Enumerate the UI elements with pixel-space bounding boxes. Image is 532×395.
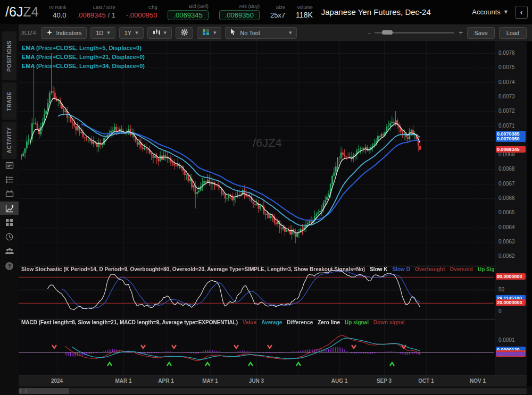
history-clock-icon[interactable]	[0, 230, 19, 243]
last-price: .0069345	[77, 11, 106, 19]
scrollbar-thumb[interactable]	[19, 388, 69, 394]
stochastic-tick: 50	[498, 287, 504, 292]
timeframe-dropdown[interactable]: 1D▼	[90, 27, 115, 39]
chevron-down-icon: ▼	[213, 31, 216, 35]
header-field-iv-rank: IV Rank 40.0	[49, 5, 66, 20]
header-bar: /6JZ4 IV Rank 40.0 Last / Size .0069345 …	[0, 0, 532, 24]
drawing-tool-dropdown[interactable]: No Tool ▼	[225, 27, 297, 39]
range-dropdown[interactable]: 1Y▼	[119, 27, 144, 39]
chevron-down-icon: ▼	[289, 31, 292, 35]
sidebar-tab-trade[interactable]: TRADE	[2, 82, 16, 120]
price-tick: 0.0075	[498, 64, 515, 70]
help-icon[interactable]: ?	[0, 259, 19, 273]
zoom-in-button[interactable]: +	[459, 29, 463, 37]
last-size: / 1	[106, 11, 115, 19]
time-tick: AUG 1	[331, 378, 348, 384]
right-edge-strip	[527, 41, 532, 395]
trading-platform: /6JZ4 IV Rank 40.0 Last / Size .0069345 …	[0, 0, 532, 395]
indicators-button[interactable]: Indicators	[41, 27, 87, 39]
size-value: 25x7	[270, 11, 285, 20]
legend-average: Average	[261, 320, 282, 325]
scrollbar-grip	[20, 389, 27, 393]
layout-dropdown[interactable]: ▼	[197, 27, 221, 39]
stochastic-badge: 20.0000000	[496, 299, 526, 306]
ema-21-label[interactable]: EMA (Price=CLOSE, Length=21, Displace=0)	[22, 53, 145, 62]
price-tick: 0.0071	[498, 123, 515, 129]
macd-badge	[496, 352, 526, 356]
sidebar-tab-activity[interactable]: ACTIVITY	[2, 122, 16, 159]
chart-settings-button[interactable]	[176, 27, 193, 39]
time-tick: MAY 1	[202, 378, 218, 384]
ema-study-labels[interactable]: EMA (Price=CLOSE, Length=5, Displace=0) …	[22, 44, 145, 71]
legend-slow-k: Slow K	[370, 266, 387, 272]
price-tick: 0.0067	[498, 181, 515, 187]
header-field-last-size: Last / Size .0069345 / 1	[77, 5, 115, 20]
chart-scrollbar	[0, 386, 532, 395]
gear-icon	[181, 29, 188, 37]
price-tick: 0.0064	[498, 224, 515, 230]
header-field-volume: Volume 118K	[296, 5, 313, 20]
chevron-down-icon: ▼	[164, 31, 167, 35]
price-tick: 0.0069	[498, 152, 515, 157]
header-field-bid: Bid (Sell) .0069345	[168, 4, 208, 20]
time-tick: MAR 1	[115, 378, 131, 384]
zoom-slider-handle[interactable]	[382, 30, 393, 35]
accounts-menu[interactable]: Accounts ▼	[472, 8, 508, 16]
cursor-icon	[230, 29, 236, 37]
grid-layout-icon	[202, 29, 210, 37]
ema-34-label[interactable]: EMA (Price=CLOSE, Length=34, Displace=0)	[22, 62, 145, 71]
bid-button[interactable]: .0069345	[168, 10, 208, 20]
stochastic-header[interactable]: Slow Stochastic (K Period=14, D Period=9…	[21, 266, 498, 272]
header-field-chg: Chg -.0000950	[126, 5, 157, 20]
price-tick: 0.0062	[498, 253, 515, 259]
save-button[interactable]: Save	[467, 27, 495, 39]
price-tick: 0.0073	[498, 94, 515, 99]
video-icon[interactable]	[0, 187, 19, 200]
price-tick: 0.0072	[498, 108, 515, 114]
news-icon[interactable]	[0, 158, 19, 172]
legend-zero-line: Zero line	[318, 320, 340, 325]
community-icon[interactable]	[0, 245, 19, 258]
chevron-down-icon: ▼	[504, 10, 508, 14]
price-badge: 0.0070050	[496, 136, 526, 142]
sidebar-tab-positions[interactable]: POSITIONS	[2, 31, 16, 80]
watchlist-icon[interactable]	[0, 173, 19, 186]
time-tick: NOV 1	[470, 378, 486, 384]
time-tick: JUN 3	[249, 378, 264, 384]
legend-difference: Difference	[287, 320, 313, 325]
legend-value: Value	[243, 320, 256, 325]
time-tick: OCT 1	[418, 378, 434, 384]
time-tick: SEP 3	[377, 378, 392, 384]
legend-down-signal: Down signal	[373, 320, 405, 325]
price-badge: 0.0069345	[496, 146, 526, 153]
load-button[interactable]: Load	[499, 27, 527, 39]
chart-icon[interactable]	[0, 201, 19, 215]
zoom-slider[interactable]	[375, 32, 454, 33]
price-tick: 0.0065	[498, 209, 515, 215]
chevron-down-icon: ▼	[107, 31, 110, 35]
stochastic-tick: 0	[498, 308, 502, 314]
time-axis[interactable]: 2024MAR 1APR 1MAY 1JUN 3AUG 1SEP 3OCT 1N…	[19, 375, 527, 386]
macd-tick: 0.0001	[498, 337, 515, 343]
macd-header[interactable]: MACD (Fast length=8, Slow length=21, MAC…	[21, 320, 405, 325]
price-axis[interactable]: 0.00760.00750.00740.00730.00720.00710.00…	[495, 41, 527, 375]
change-value: -.0000950	[126, 11, 157, 20]
chart-toolbar: /6JZ4 Indicators 1D▼ 1Y▼ ▼ ▼ No Tool ▼ -	[0, 24, 532, 41]
scrollbar-track[interactable]	[19, 388, 527, 394]
ema-5-label[interactable]: EMA (Price=CLOSE, Length=5, Displace=0)	[22, 44, 145, 53]
collapse-panel-button[interactable]: ‹	[515, 6, 528, 19]
zoom-out-button[interactable]: -	[368, 29, 370, 37]
symbol-logo[interactable]: /6JZ4	[5, 4, 39, 20]
time-tick: 2024	[51, 378, 63, 384]
candlestick-chart-icon	[153, 29, 160, 37]
price-tick: 0.0066	[498, 195, 515, 201]
ask-button[interactable]: .0069350	[219, 10, 260, 20]
legend-up-signal: Up signal	[345, 320, 369, 325]
stochastic-badge: 80.0000000	[496, 273, 526, 280]
chevron-down-icon: ▼	[135, 31, 138, 35]
time-tick: APR 1	[158, 378, 173, 384]
header-field-ask: Ask (Buy) .0069350	[219, 4, 260, 20]
symbol-suffix: Z4	[23, 4, 38, 19]
chart-type-dropdown[interactable]: ▼	[147, 27, 172, 39]
grid-icon[interactable]	[0, 216, 19, 229]
